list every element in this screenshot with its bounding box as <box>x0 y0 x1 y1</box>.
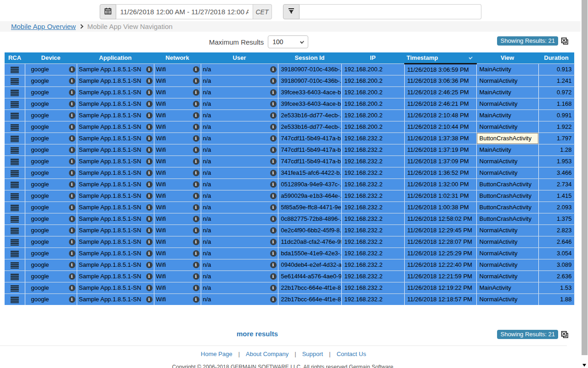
info-icon[interactable]: i <box>193 66 199 73</box>
info-icon[interactable]: i <box>270 124 277 130</box>
info-icon[interactable]: i <box>69 170 75 176</box>
info-icon[interactable]: i <box>69 101 75 107</box>
info-icon[interactable]: i <box>193 285 199 291</box>
info-icon[interactable]: i <box>69 227 75 234</box>
info-icon[interactable]: i <box>193 170 199 176</box>
info-icon[interactable]: i <box>69 216 75 222</box>
info-icon[interactable]: i <box>146 89 153 96</box>
info-icon[interactable]: i <box>193 101 199 107</box>
rca-list-icon[interactable] <box>11 136 19 142</box>
info-icon[interactable]: i <box>146 158 153 165</box>
info-icon[interactable]: i <box>193 181 199 188</box>
info-icon[interactable]: i <box>69 66 75 73</box>
rca-list-icon[interactable] <box>11 170 19 177</box>
info-icon[interactable]: i <box>270 78 277 84</box>
info-icon[interactable]: i <box>193 250 199 257</box>
footer-link-home[interactable]: Home Page <box>201 351 232 357</box>
info-icon[interactable]: i <box>146 193 153 199</box>
column-header-device[interactable]: Device <box>25 52 77 63</box>
info-icon[interactable]: i <box>146 124 153 130</box>
column-header-session-id[interactable]: Session Id <box>278 52 341 63</box>
column-header-timestamp[interactable]: Timestamp <box>404 52 476 63</box>
info-icon[interactable]: i <box>69 273 75 280</box>
info-icon[interactable]: i <box>69 239 75 245</box>
table-row[interactable]: googlei Sample App.1.8.5.1-SNi Wifii n/a… <box>5 201 574 213</box>
rca-list-icon[interactable] <box>11 159 19 165</box>
info-icon[interactable]: i <box>270 181 277 188</box>
table-row[interactable]: googlei Sample App.1.8.5.1-SNi Wifii n/a… <box>5 98 574 109</box>
info-icon[interactable]: i <box>146 250 153 257</box>
info-icon[interactable]: i <box>69 250 75 257</box>
info-icon[interactable]: i <box>193 193 199 199</box>
table-row[interactable]: googlei Sample App.1.8.5.1-SNi Wifii n/a… <box>5 247 574 259</box>
column-header-application[interactable]: Application <box>77 52 154 63</box>
info-icon[interactable]: i <box>69 193 75 199</box>
filter-button[interactable] <box>283 4 300 19</box>
export-icon[interactable] <box>561 331 569 339</box>
table-row[interactable]: googlei Sample App.1.8.5.1-SNi Wifii n/a… <box>5 155 574 167</box>
table-row[interactable]: googlei Sample App.1.8.5.1-SNi Wifii n/a… <box>5 121 574 132</box>
info-icon[interactable]: i <box>270 193 277 199</box>
info-icon[interactable]: i <box>270 101 277 107</box>
vertical-scrollbar[interactable] <box>581 0 588 368</box>
info-icon[interactable]: i <box>146 204 153 211</box>
table-row[interactable]: googlei Sample App.1.8.5.1-SNi Wifii n/a… <box>5 75 574 86</box>
table-row[interactable]: googlei Sample App.1.8.5.1-SNi Wifii n/a… <box>5 282 574 293</box>
info-icon[interactable]: i <box>69 181 75 188</box>
info-icon[interactable]: i <box>69 112 75 119</box>
footer-link-support[interactable]: Support <box>302 351 323 357</box>
info-icon[interactable]: i <box>146 285 153 291</box>
info-icon[interactable]: i <box>146 147 153 153</box>
info-icon[interactable]: i <box>193 78 199 84</box>
column-header-view[interactable]: View <box>476 52 538 63</box>
column-header-network[interactable]: Network <box>154 52 201 63</box>
column-header-user[interactable]: User <box>201 52 278 63</box>
rca-list-icon[interactable] <box>11 216 19 223</box>
more-results-link[interactable]: more results <box>0 330 514 338</box>
rca-list-icon[interactable] <box>11 113 19 119</box>
info-icon[interactable]: i <box>193 204 199 211</box>
date-range-input[interactable] <box>116 4 253 19</box>
column-header-duration[interactable]: Duration <box>538 52 574 63</box>
info-icon[interactable]: i <box>69 296 75 303</box>
info-icon[interactable]: i <box>193 296 199 303</box>
info-icon[interactable]: i <box>146 273 153 280</box>
info-icon[interactable]: i <box>270 285 277 291</box>
table-row[interactable]: googlei Sample App.1.8.5.1-SNi Wifii n/a… <box>5 178 574 190</box>
rca-list-icon[interactable] <box>11 251 19 257</box>
info-icon[interactable]: i <box>69 89 75 96</box>
info-icon[interactable]: i <box>146 170 153 176</box>
table-row[interactable]: googlei Sample App.1.8.5.1-SNi Wifii n/a… <box>5 86 574 98</box>
table-row[interactable]: googlei Sample App.1.8.5.1-SNi Wifii n/a… <box>5 224 574 236</box>
info-icon[interactable]: i <box>193 112 199 119</box>
rca-list-icon[interactable] <box>11 182 19 188</box>
rca-list-icon[interactable] <box>11 147 19 154</box>
info-icon[interactable]: i <box>146 66 153 73</box>
table-row[interactable]: googlei Sample App.1.8.5.1-SNi Wifii n/a… <box>5 109 574 121</box>
table-row[interactable]: googlei Sample App.1.8.5.1-SNi Wifii n/a… <box>5 270 574 282</box>
rca-list-icon[interactable] <box>11 239 19 246</box>
rca-list-icon[interactable] <box>11 101 19 108</box>
table-row[interactable]: googlei Sample App.1.8.5.1-SNi Wifii n/a… <box>5 167 574 178</box>
info-icon[interactable]: i <box>193 158 199 165</box>
info-icon[interactable]: i <box>270 296 277 303</box>
info-icon[interactable]: i <box>146 112 153 119</box>
info-icon[interactable]: i <box>270 273 277 280</box>
info-icon[interactable]: i <box>193 147 199 153</box>
info-icon[interactable]: i <box>69 147 75 153</box>
info-icon[interactable]: i <box>69 78 75 84</box>
info-icon[interactable]: i <box>193 262 199 268</box>
rca-list-icon[interactable] <box>11 205 19 211</box>
info-icon[interactable]: i <box>270 216 277 222</box>
info-icon[interactable]: i <box>146 239 153 245</box>
info-icon[interactable]: i <box>270 66 277 73</box>
table-row[interactable]: googlei Sample App.1.8.5.1-SNi Wifii n/a… <box>5 236 574 247</box>
column-header-rca[interactable]: RCA <box>5 52 25 63</box>
rca-list-icon[interactable] <box>11 193 19 200</box>
footer-link-contact[interactable]: Contact Us <box>337 351 366 357</box>
info-icon[interactable]: i <box>193 135 199 142</box>
breadcrumb-parent-link[interactable]: Mobile App Overview <box>11 23 76 30</box>
info-icon[interactable]: i <box>69 158 75 165</box>
info-icon[interactable]: i <box>270 158 277 165</box>
max-results-select[interactable]: 100 <box>268 35 308 48</box>
